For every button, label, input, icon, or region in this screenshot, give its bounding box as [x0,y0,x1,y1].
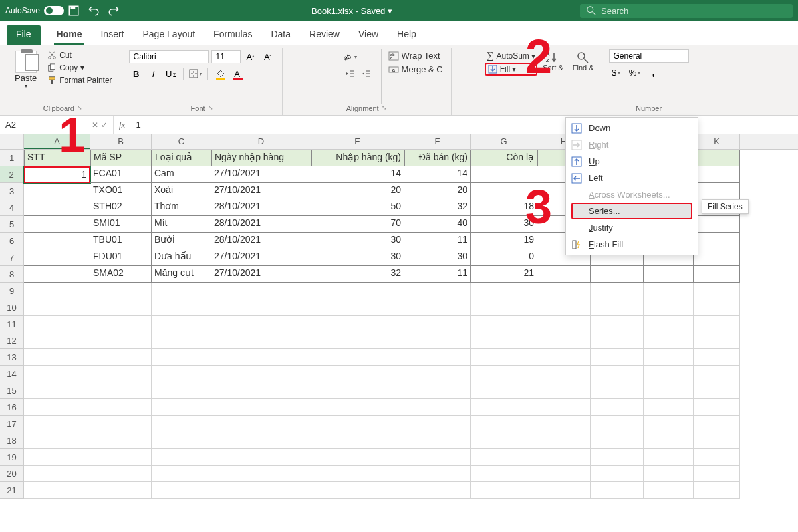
cell-K2[interactable] [694,166,740,183]
cell-B17[interactable] [90,416,152,432]
autosave-toggle[interactable]: AutoSave [5,6,64,15]
cell-C11[interactable] [152,316,211,332]
cell-G10[interactable] [471,299,537,316]
cell-J19[interactable] [644,449,694,466]
toggle-switch-icon[interactable] [44,6,64,15]
cell-A2[interactable]: 1 [24,166,90,183]
column-header-K[interactable]: K [694,134,740,149]
cell-G17[interactable] [471,416,537,432]
tab-view[interactable]: View [356,25,381,45]
row-header-10[interactable]: 10 [0,299,24,316]
copy-button[interactable]: Copy ▾ [45,62,114,74]
cell-F21[interactable] [404,482,471,499]
cell-A8[interactable] [24,266,90,283]
cell-D10[interactable] [211,299,311,316]
italic-button[interactable]: I [146,66,161,81]
row-header-19[interactable]: 19 [0,449,24,466]
cell-C6[interactable]: Bưởi [152,233,211,249]
cell-I18[interactable] [591,432,644,449]
cell-F10[interactable] [404,299,471,316]
cell-A17[interactable] [24,416,90,432]
cell-H18[interactable] [537,432,591,449]
cell-B6[interactable]: TBU01 [90,233,152,249]
tab-insert[interactable]: Insert [98,25,126,45]
cell-K9[interactable] [694,283,740,299]
cell-B4[interactable]: STH02 [90,200,152,216]
cell-A19[interactable] [24,449,90,466]
cell-B11[interactable] [90,316,152,332]
column-header-B[interactable]: B [90,134,152,149]
cell-D3[interactable]: 27/10/2021 [211,183,311,200]
cell-B19[interactable] [90,449,152,466]
row-header-15[interactable]: 15 [0,382,24,399]
cell-D5[interactable]: 28/10/2021 [211,216,311,233]
cell-I16[interactable] [591,399,644,416]
cell-B8[interactable]: SMA02 [90,266,152,283]
cell-J9[interactable] [644,283,694,299]
align-top-button[interactable] [289,49,304,64]
cell-E15[interactable] [311,382,404,399]
cell-G7[interactable]: 0 [471,249,537,266]
cell-K10[interactable] [694,299,740,316]
cell-I21[interactable] [591,482,644,499]
cell-C15[interactable] [152,382,211,399]
row-header-6[interactable]: 6 [0,233,24,249]
cell-F2[interactable]: 14 [404,166,471,183]
cell-J13[interactable] [644,349,694,366]
cell-F17[interactable] [404,416,471,432]
cut-button[interactable]: Cut [45,49,114,61]
cell-K17[interactable] [694,416,740,432]
cell-J8[interactable] [644,266,694,283]
fill-left-item[interactable]: Left [566,170,698,186]
cell-J10[interactable] [644,299,694,316]
cell-C21[interactable] [152,482,211,499]
cell-A20[interactable] [24,466,90,482]
increase-font-button[interactable]: A^ [243,49,258,64]
cell-H9[interactable] [537,283,591,299]
cell-G20[interactable] [471,466,537,482]
cell-D14[interactable] [211,366,311,382]
cell-G8[interactable]: 21 [471,266,537,283]
row-header-3[interactable]: 3 [0,183,24,200]
alignment-launcher-icon[interactable]: ⤡ [382,104,387,112]
cell-A14[interactable] [24,366,90,382]
cell-E3[interactable]: 20 [311,183,404,200]
cell-C12[interactable] [152,332,211,349]
cell-H12[interactable] [537,332,591,349]
cell-D8[interactable]: 27/10/2021 [211,266,311,283]
cell-C7[interactable]: Dưa hấu [152,249,211,266]
cell-A15[interactable] [24,382,90,399]
cell-I17[interactable] [591,416,644,432]
cell-F7[interactable]: 30 [404,249,471,266]
row-header-1[interactable]: 1 [0,150,24,166]
redo-icon[interactable] [108,5,120,17]
column-header-E[interactable]: E [311,134,404,149]
cell-E7[interactable]: 30 [311,249,404,266]
cell-D20[interactable] [211,466,311,482]
cell-H8[interactable] [537,266,591,283]
cell-F6[interactable]: 11 [404,233,471,249]
cell-C2[interactable]: Cam [152,166,211,183]
percent-format-button[interactable]: % [628,65,642,80]
cell-B1[interactable]: Mã SP [90,150,152,166]
cell-K12[interactable] [694,332,740,349]
cell-F18[interactable] [404,432,471,449]
cell-I13[interactable] [591,349,644,366]
cell-F20[interactable] [404,466,471,482]
column-header-C[interactable]: C [152,134,211,149]
cell-F3[interactable]: 20 [404,183,471,200]
number-format-select[interactable] [609,49,689,63]
row-header-9[interactable]: 9 [0,283,24,299]
comma-format-button[interactable]: , [646,65,661,80]
align-left-button[interactable] [289,66,304,81]
row-header-12[interactable]: 12 [0,332,24,349]
tab-file[interactable]: File [7,25,41,45]
underline-button[interactable]: U [164,66,178,81]
cell-H20[interactable] [537,466,591,482]
cell-F13[interactable] [404,349,471,366]
cell-H21[interactable] [537,482,591,499]
cell-C14[interactable] [152,366,211,382]
row-header-2[interactable]: 2 [0,166,24,183]
font-size-select[interactable] [211,50,241,63]
cell-J20[interactable] [644,466,694,482]
